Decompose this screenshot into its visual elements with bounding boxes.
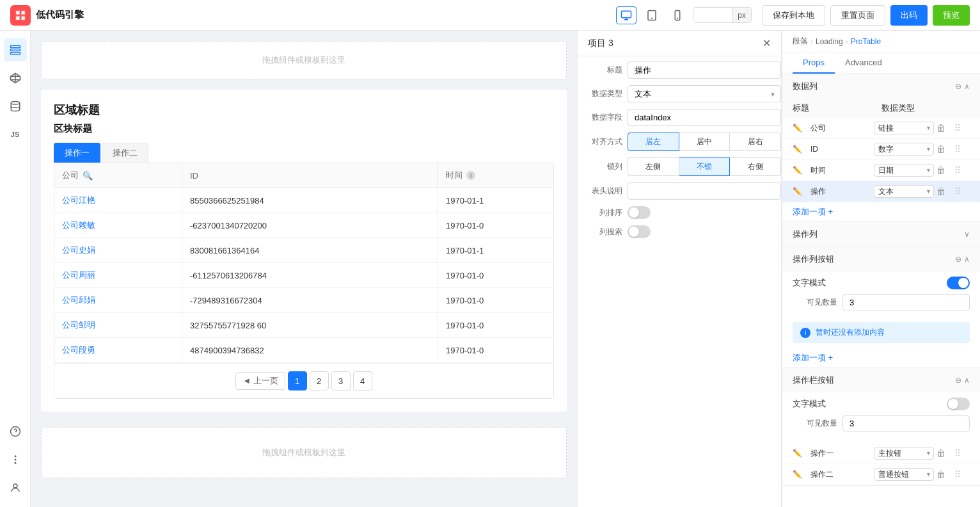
- export-code-btn[interactable]: 出码: [890, 5, 928, 26]
- action-col-text-mode-toggle[interactable]: [947, 277, 970, 289]
- sidebar-icon-js[interactable]: JS: [4, 123, 27, 146]
- align-right-btn[interactable]: 居右: [730, 133, 781, 151]
- col-name-action[interactable]: [810, 187, 871, 196]
- delete-icon-id[interactable]: 🗑: [937, 144, 952, 154]
- minus-icon[interactable]: ⊖: [955, 376, 961, 385]
- sidebar-icon-help[interactable]: [4, 420, 27, 443]
- toolbar-btn-name-0[interactable]: [810, 449, 871, 458]
- viewport-width-input-wrap[interactable]: 1152 px: [693, 7, 752, 23]
- delete-icon-action[interactable]: 🗑: [937, 186, 952, 197]
- drag-icon-time[interactable]: ⠿: [954, 165, 970, 175]
- td-time-5: 1970-01-0: [438, 313, 553, 337]
- toolbar-btn-type-1[interactable]: 主按钮普通按钮危险按钮: [874, 468, 935, 481]
- col-name-time[interactable]: [810, 166, 871, 175]
- td-company-3[interactable]: 公司周丽: [54, 263, 182, 287]
- tab-props[interactable]: Props: [793, 52, 835, 74]
- svg-point-16: [14, 459, 16, 461]
- edit-icon-company[interactable]: ✏️: [793, 124, 808, 133]
- align-center-btn[interactable]: 居中: [679, 133, 731, 151]
- chevron-up-icon[interactable]: ∧: [964, 376, 970, 385]
- sidebar-icon-data[interactable]: [4, 95, 27, 118]
- lock-none-btn[interactable]: 不锁: [679, 157, 731, 176]
- data-type-select[interactable]: 文本 数字 日期 链接: [628, 85, 781, 102]
- edit-icon-toolbar-0[interactable]: ✏️: [793, 449, 808, 458]
- viewport-width-input[interactable]: 1152: [693, 8, 732, 22]
- col-name-company[interactable]: [810, 124, 871, 133]
- edit-icon-time[interactable]: ✏️: [793, 166, 808, 175]
- toolbar-visible-count-input[interactable]: [842, 415, 970, 431]
- toolbar-text-mode-toggle[interactable]: [947, 398, 970, 410]
- sidebar-icon-user[interactable]: [4, 476, 27, 499]
- sidebar-icon-components[interactable]: [4, 67, 27, 90]
- table-tab-1[interactable]: 操作二: [102, 143, 148, 163]
- align-left-btn[interactable]: 居左: [628, 133, 679, 151]
- search-toggle[interactable]: [628, 225, 651, 238]
- col-type-id[interactable]: 链接数字文本日期: [874, 143, 935, 156]
- delete-icon-toolbar-0[interactable]: 🗑: [937, 448, 952, 458]
- tab-advanced[interactable]: Advanced: [835, 52, 892, 74]
- sort-toggle[interactable]: [628, 206, 651, 219]
- td-time-2: 1970-01-1: [438, 238, 553, 262]
- chevron-up-icon[interactable]: ∧: [964, 255, 970, 264]
- delete-icon-toolbar-1[interactable]: 🗑: [937, 469, 952, 479]
- sidebar-icon-layers[interactable]: [4, 38, 27, 61]
- page-btn-4[interactable]: 4: [353, 371, 372, 390]
- drag-icon-toolbar-1[interactable]: ⠿: [954, 469, 970, 479]
- td-company-5[interactable]: 公司邹明: [54, 313, 182, 337]
- td-company-1[interactable]: 公司赖敏: [54, 213, 182, 237]
- delete-icon-company[interactable]: 🗑: [937, 123, 952, 133]
- toolbar-btn-name-1[interactable]: [810, 470, 871, 479]
- viewport-mobile-btn[interactable]: [667, 6, 688, 24]
- lock-right-btn[interactable]: 右侧: [730, 157, 781, 176]
- prev-page-btn[interactable]: ◄ 上一页: [235, 372, 285, 390]
- edit-icon-toolbar-1[interactable]: ✏️: [793, 470, 808, 479]
- col-type-company[interactable]: 链接文本数字日期: [874, 122, 935, 134]
- chevron-up-icon[interactable]: ∧: [964, 82, 970, 91]
- drag-icon-toolbar-0[interactable]: ⠿: [954, 448, 970, 458]
- top-bar: 低代码引擎 1152 px 保存到本地 重置页面 出码 预览: [0, 0, 980, 31]
- page-btn-3[interactable]: 3: [331, 371, 351, 390]
- viewport-desktop-btn[interactable]: [616, 6, 636, 24]
- td-company-4[interactable]: 公司邱娟: [54, 288, 182, 312]
- td-company-0[interactable]: 公司江艳: [54, 188, 182, 213]
- col-editor-close-icon[interactable]: ✕: [763, 37, 771, 49]
- page-btn-1[interactable]: 1: [288, 371, 307, 390]
- header-note-input[interactable]: [628, 182, 781, 200]
- search-icon[interactable]: 🔍: [83, 171, 93, 181]
- minus-icon[interactable]: ⊖: [955, 255, 961, 264]
- reset-page-btn[interactable]: 重置页面: [830, 5, 885, 26]
- viewport-tablet-btn[interactable]: [642, 6, 662, 24]
- svg-point-15: [14, 455, 16, 457]
- drag-icon-action[interactable]: ⠿: [954, 186, 970, 197]
- page-btn-2[interactable]: 2: [310, 371, 329, 390]
- drag-icon-company[interactable]: ⠿: [954, 123, 970, 133]
- drag-icon-id[interactable]: ⠿: [954, 144, 970, 154]
- svg-rect-0: [622, 11, 631, 18]
- breadcrumb-loading: Loading: [816, 37, 843, 46]
- canvas-drop-zone-top[interactable]: 拖拽组件或模板到这里: [41, 41, 567, 79]
- save-local-btn[interactable]: 保存到本地: [762, 5, 825, 26]
- edit-icon-action[interactable]: ✏️: [793, 187, 808, 196]
- td-company-2[interactable]: 公司史娟: [54, 238, 182, 262]
- toolbar-btn-type-0[interactable]: 主按钮普通按钮危险按钮: [874, 447, 935, 460]
- add-data-col-btn[interactable]: 添加一项 +: [782, 202, 980, 221]
- action-col-visible-count-input[interactable]: [842, 294, 970, 310]
- col-name-id[interactable]: [810, 145, 871, 154]
- td-time-0: 1970-01-1: [438, 188, 553, 213]
- sidebar-icon-more[interactable]: [4, 448, 27, 471]
- canvas-drop-zone-bottom[interactable]: 拖拽组件或模板到这里: [41, 427, 567, 478]
- minus-icon[interactable]: ⊖: [955, 82, 961, 91]
- lock-left-btn[interactable]: 左侧: [628, 157, 679, 176]
- add-action-col-btn[interactable]: 添加一项 +: [782, 348, 980, 367]
- edit-icon-id[interactable]: ✏️: [793, 145, 808, 154]
- col-type-time[interactable]: 链接数字文本日期: [874, 164, 935, 177]
- delete-icon-time[interactable]: 🗑: [937, 165, 952, 175]
- preview-btn[interactable]: 预览: [933, 5, 970, 26]
- chevron-down-icon[interactable]: ∨: [964, 230, 970, 239]
- title-input[interactable]: [628, 61, 781, 79]
- col-type-action[interactable]: 文本数字日期链接: [874, 185, 935, 198]
- table-tab-0[interactable]: 操作一: [54, 143, 100, 163]
- data-field-input[interactable]: [628, 109, 781, 126]
- td-company-6[interactable]: 公司段勇: [54, 338, 182, 362]
- info-icon[interactable]: i: [466, 171, 475, 180]
